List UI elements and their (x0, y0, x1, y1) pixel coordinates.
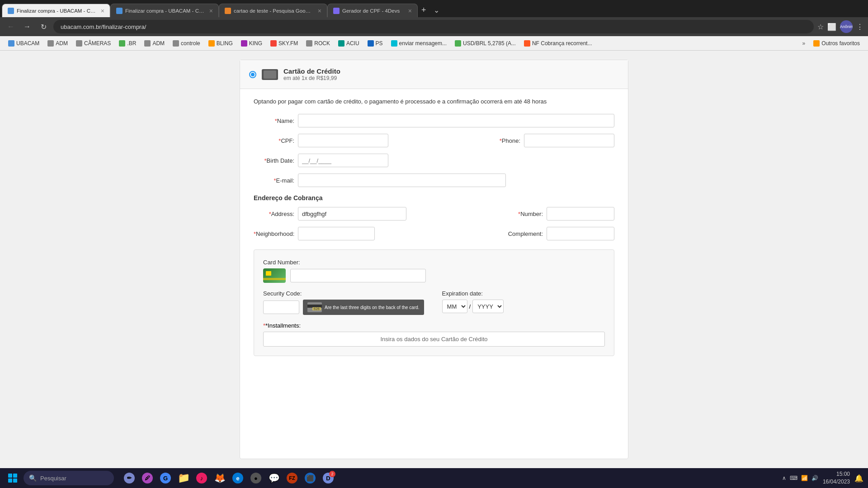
taskbar-app-connect[interactable]: ⬛ (302, 470, 318, 486)
security-input-row: 626 Are the last three digits on the bac… (263, 300, 424, 315)
complement-input[interactable] (547, 227, 614, 240)
name-row: *Name: (254, 114, 614, 127)
email-input[interactable] (298, 174, 506, 187)
new-tab-button[interactable]: + (418, 5, 430, 15)
taskbar-search-label: Pesquisar (40, 475, 66, 482)
taskbar-app-folder[interactable]: 📁 (175, 470, 192, 486)
expiry-year-select[interactable]: YYYY 2023202420252026 2027202820292030 2… (472, 300, 504, 313)
tab-close-button[interactable]: × (408, 8, 412, 14)
credit-card-icon (262, 69, 278, 80)
screen-cast-icon[interactable]: ⬜ (827, 23, 836, 31)
taskbar-app-whatsapp[interactable]: 💬 (266, 470, 282, 486)
expiry-month-select[interactable]: MM 01020304 05060708 09101112 (442, 300, 467, 313)
back-button[interactable]: ← (5, 20, 17, 33)
bookmark-enviar[interactable]: enviar mensagem... (387, 39, 450, 48)
bookmark-outros[interactable]: Outros favoritos (810, 39, 863, 48)
bookmarks-more-button[interactable]: » (799, 39, 809, 48)
credit-card-radio[interactable] (249, 71, 256, 78)
bookmark-adm[interactable]: ADM (44, 39, 71, 48)
volume-icon[interactable]: 🔊 (811, 475, 818, 481)
card-number-input[interactable] (290, 269, 426, 282)
tab-favicon (8, 8, 14, 14)
bookmark-cameras[interactable]: CÂMERAS (72, 39, 114, 48)
phone-input[interactable] (524, 134, 614, 147)
security-expiry-row: Security Code: 626 Are the last three di… (263, 290, 605, 315)
pen-icon: 🖊 (142, 473, 153, 483)
keyboard-icon[interactable]: ⌨ (790, 475, 797, 481)
bookmark-bling[interactable]: BLING (205, 39, 236, 48)
bookmark-label: ROCK (314, 40, 330, 47)
bookmark-controle[interactable]: controle (169, 39, 204, 48)
taskbar-search[interactable]: 🔍 Pesquisar (24, 471, 114, 485)
taskbar-app-pen[interactable]: 🖊 (139, 470, 156, 486)
bookmark-label: controle (181, 40, 200, 47)
tab-4[interactable]: Gerador de CPF - 4Devs × (327, 4, 418, 17)
bookmark-ubacam[interactable]: UBACAM (5, 39, 43, 48)
taskbar-clock[interactable]: 15:00 16/04/2023 (823, 470, 850, 486)
taskbar-app-discord[interactable]: D 2 (320, 470, 336, 486)
profile-button[interactable]: Anônima (840, 20, 853, 33)
tab-bar: Finalizar compra - UBACAM - CÂ... × Fina… (0, 0, 868, 17)
taskbar-app-filezilla[interactable]: FZ (284, 470, 300, 486)
taskbar-app-circle[interactable]: ● (248, 470, 264, 486)
bookmark-adm2[interactable]: ADM (141, 39, 168, 48)
taskbar: 🔍 Pesquisar ✏ 🖊 G 📁 ♪ 🦊 e ● 💬 (0, 468, 868, 488)
bookmark-icon (270, 40, 277, 47)
bookmark-label: USD/BRL 5,2785 (A... (463, 40, 516, 47)
forward-button[interactable]: → (21, 20, 33, 33)
bookmark-label: KING (249, 40, 262, 47)
bookmarks-bar: UBACAM ADM CÂMERAS .BR ADM controle BLIN… (0, 36, 868, 51)
bookmark-star-icon[interactable]: ☆ (817, 23, 824, 31)
number-input[interactable] (547, 207, 614, 221)
taskbar-app-scripter[interactable]: ✏ (121, 470, 137, 486)
taskbar-app-beats[interactable]: ♪ (193, 470, 210, 486)
bookmark-king[interactable]: KING (237, 39, 266, 48)
notification-icon[interactable]: 🔔 (854, 474, 863, 483)
tab-close-button[interactable]: × (318, 8, 321, 14)
tab-active[interactable]: Finalizar compra - UBACAM - CÂ... × (2, 4, 110, 17)
name-input[interactable] (298, 114, 614, 127)
bookmark-usd[interactable]: USD/BRL 5,2785 (A... (451, 39, 519, 48)
neighborhood-input[interactable] (298, 227, 375, 240)
tab-close-button[interactable]: × (101, 8, 104, 14)
menu-icon[interactable]: ⋮ (856, 23, 863, 31)
security-code-input[interactable] (263, 300, 299, 314)
taskbar-app-chrome[interactable]: G (157, 470, 174, 486)
bookmark-br[interactable]: .BR (115, 39, 140, 48)
wifi-icon[interactable]: 📶 (801, 475, 808, 481)
phone-label: *Phone: (493, 137, 520, 144)
page-content: Cartão de Crédito em até 1x de R$19,99 O… (0, 51, 868, 468)
taskbar-app-firefox[interactable]: 🦊 (212, 470, 228, 486)
bookmark-aciu[interactable]: ACIU (335, 39, 363, 48)
address-row: *Address: *Number: (254, 207, 614, 221)
bookmark-label: ADM (56, 40, 68, 47)
bookmark-nf[interactable]: NF Cobrança recorrent... (520, 39, 596, 48)
start-button[interactable] (5, 470, 21, 486)
card-chip (266, 271, 271, 276)
bookmark-icon (119, 40, 125, 47)
security-hint-box: 626 Are the last three digits on the bac… (303, 300, 424, 315)
tab-2[interactable]: Finalizar compra - UBACAM - CÂ... × (110, 4, 219, 17)
tab-label: Gerador de CPF - 4Devs (342, 8, 404, 14)
installments-info: Insira os dados do seu Cartão de Crédito (263, 332, 605, 347)
bookmark-label: .BR (127, 40, 136, 47)
bookmark-ps[interactable]: PS (364, 39, 387, 48)
scripter-icon: ✏ (124, 473, 135, 483)
reload-button[interactable]: ↻ (37, 20, 50, 33)
tab-favicon (225, 8, 231, 14)
address-input[interactable] (53, 20, 814, 33)
bookmark-skyfm[interactable]: SKY.FM (267, 39, 302, 48)
chevron-up-icon[interactable]: ∧ (782, 475, 786, 481)
cpf-input[interactable] (298, 134, 388, 147)
tab-label: cartao de teste - Pesquisa Googl... (234, 8, 313, 14)
birthdate-input[interactable] (298, 154, 388, 167)
tab-3[interactable]: cartao de teste - Pesquisa Googl... × (219, 4, 327, 17)
profile-label: Anônima (840, 24, 853, 29)
address-input[interactable] (298, 207, 406, 221)
bookmark-icon (47, 40, 54, 47)
taskbar-app-edge[interactable]: e (230, 470, 246, 486)
tab-close-button[interactable]: × (209, 8, 213, 14)
chrome-icon: G (160, 473, 171, 483)
bookmark-rock[interactable]: ROCK (302, 39, 334, 48)
tab-overflow-button[interactable]: ⌄ (430, 6, 443, 14)
